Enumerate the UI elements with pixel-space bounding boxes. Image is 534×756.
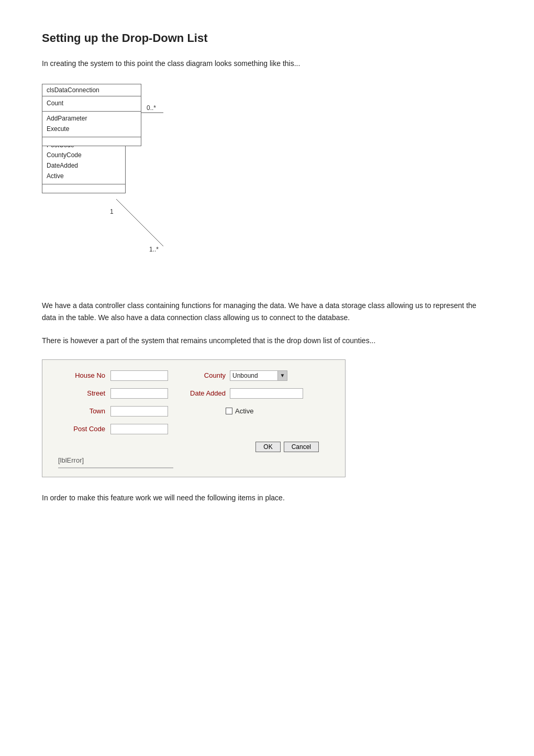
town-label: Town: [58, 407, 105, 415]
county-group: County Unbound ▼: [184, 370, 287, 381]
date-added-label: Date Added: [184, 389, 226, 397]
county-dropdown[interactable]: Unbound ▼: [230, 370, 287, 381]
button-row: OK Cancel: [58, 442, 329, 452]
county-label: County: [184, 371, 226, 379]
active-checkbox[interactable]: [226, 408, 232, 414]
class-diagram: 1 0..* 1 1..* clsAddressBook Count Delet…: [42, 84, 304, 283]
cls-data-connection-box: clsDataConnection Count AddParameterExec…: [42, 84, 141, 146]
town-input[interactable]: [110, 406, 168, 417]
svg-text:0..*: 0..*: [147, 104, 156, 112]
intro-text: In creating the system to this point the…: [42, 58, 492, 69]
street-input[interactable]: [110, 388, 168, 399]
county-dropdown-value: Unbound: [230, 372, 277, 379]
cls-data-connection-empty: [42, 137, 141, 146]
cls-data-connection-methods: AddParameterExecute: [42, 112, 141, 137]
middle-text-2: There is however a part of the system th…: [42, 335, 492, 347]
house-no-input[interactable]: [110, 370, 168, 381]
error-label: [lblError]: [58, 456, 329, 464]
active-label-text: Active: [235, 407, 253, 415]
date-added-group: Date Added: [184, 388, 303, 399]
active-checkbox-label[interactable]: Active: [226, 407, 253, 415]
page-title: Setting up the Drop-Down List: [42, 31, 492, 45]
middle-text-1: We have a data controller class containi…: [42, 300, 492, 324]
date-added-input[interactable]: [230, 388, 303, 399]
footer-text: In order to make this feature work we wi…: [42, 492, 492, 504]
cls-data-connection-attrs: Count: [42, 96, 141, 112]
form-row-2: Street Date Added: [58, 388, 329, 399]
scrollbar-hint: [58, 467, 173, 468]
address-form: House No County Unbound ▼ Street Date Ad…: [42, 359, 346, 477]
cls-data-connection-title: clsDataConnection: [42, 84, 141, 96]
dropdown-arrow-icon[interactable]: ▼: [277, 371, 287, 380]
house-no-label: House No: [58, 371, 105, 379]
cancel-button[interactable]: Cancel: [284, 442, 319, 452]
form-row-1: House No County Unbound ▼: [58, 370, 329, 381]
form-row-4: Post Code: [58, 424, 329, 434]
post-code-input[interactable]: [110, 424, 168, 434]
svg-line-1: [116, 199, 163, 246]
cls-address-page-empty: [42, 184, 125, 193]
street-label: Street: [58, 389, 105, 397]
post-code-label: Post Code: [58, 425, 105, 433]
svg-text:1..*: 1..*: [149, 246, 159, 253]
svg-text:1: 1: [110, 208, 114, 215]
active-group: Active: [226, 407, 253, 415]
ok-button[interactable]: OK: [255, 442, 280, 452]
form-row-3: Town Active: [58, 406, 329, 417]
